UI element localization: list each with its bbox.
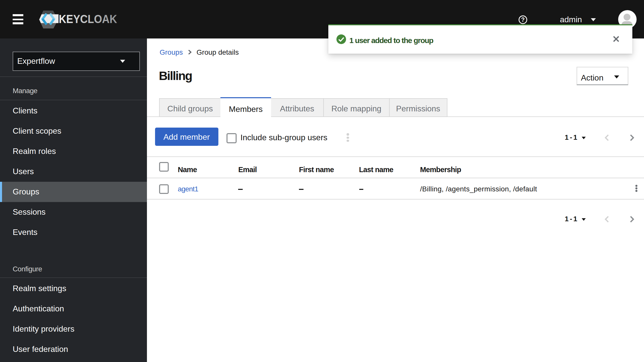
- svg-text:?: ?: [521, 16, 525, 23]
- svg-text:KEYCLOAK: KEYCLOAK: [59, 12, 117, 26]
